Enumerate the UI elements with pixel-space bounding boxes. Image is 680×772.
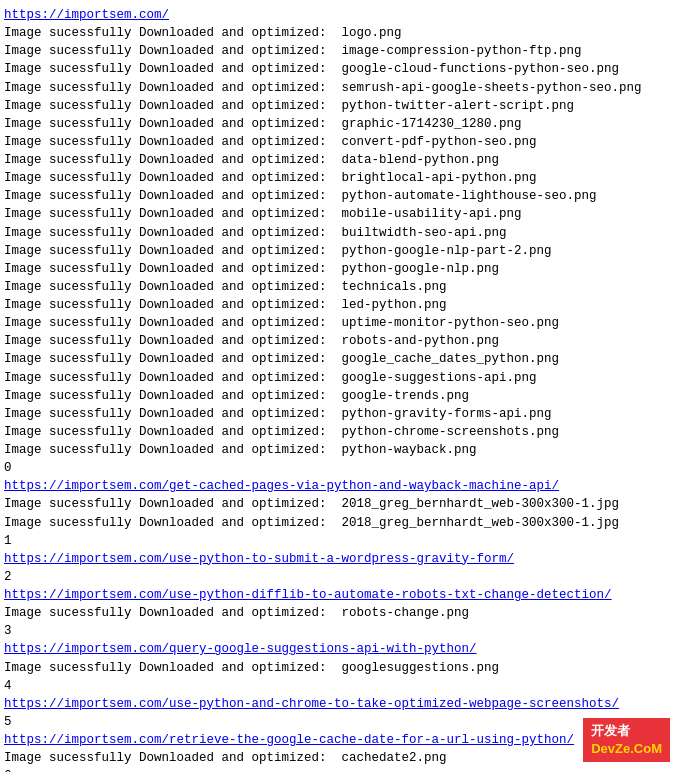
link-line: https://importsem.com/use-python-and-chr…: [4, 695, 676, 713]
text-line: Image sucessfully Downloaded and optimiz…: [4, 423, 676, 441]
console-output: https://importsem.com/Image sucessfully …: [4, 6, 676, 772]
text-line: Image sucessfully Downloaded and optimiz…: [4, 79, 676, 97]
text-line: Image sucessfully Downloaded and optimiz…: [4, 42, 676, 60]
text-line: 6: [4, 767, 676, 772]
text-line: Image sucessfully Downloaded and optimiz…: [4, 749, 676, 767]
text-line: Image sucessfully Downloaded and optimiz…: [4, 151, 676, 169]
link-line: https://importsem.com/use-python-to-subm…: [4, 550, 676, 568]
url-link[interactable]: https://importsem.com/use-python-and-chr…: [4, 697, 619, 711]
text-line: Image sucessfully Downloaded and optimiz…: [4, 369, 676, 387]
watermark: 开发者 DevZe.CoM: [583, 718, 670, 762]
url-link[interactable]: https://importsem.com/get-cached-pages-v…: [4, 479, 559, 493]
text-line: Image sucessfully Downloaded and optimiz…: [4, 169, 676, 187]
text-line: Image sucessfully Downloaded and optimiz…: [4, 242, 676, 260]
text-line: Image sucessfully Downloaded and optimiz…: [4, 97, 676, 115]
link-line: https://importsem.com/retrieve-the-googl…: [4, 731, 676, 749]
text-line: Image sucessfully Downloaded and optimiz…: [4, 115, 676, 133]
link-line: https://importsem.com/query-google-sugge…: [4, 640, 676, 658]
text-line: Image sucessfully Downloaded and optimiz…: [4, 441, 676, 459]
text-line: Image sucessfully Downloaded and optimiz…: [4, 260, 676, 278]
text-line: Image sucessfully Downloaded and optimiz…: [4, 387, 676, 405]
text-line: Image sucessfully Downloaded and optimiz…: [4, 405, 676, 423]
text-line: Image sucessfully Downloaded and optimiz…: [4, 604, 676, 622]
text-line: Image sucessfully Downloaded and optimiz…: [4, 495, 676, 513]
text-line: Image sucessfully Downloaded and optimiz…: [4, 659, 676, 677]
text-line: 5: [4, 713, 676, 731]
text-line: 0: [4, 459, 676, 477]
text-line: Image sucessfully Downloaded and optimiz…: [4, 133, 676, 151]
link-line: https://importsem.com/use-python-difflib…: [4, 586, 676, 604]
text-line: Image sucessfully Downloaded and optimiz…: [4, 350, 676, 368]
text-line: Image sucessfully Downloaded and optimiz…: [4, 514, 676, 532]
text-line: 4: [4, 677, 676, 695]
url-link[interactable]: https://importsem.com/use-python-difflib…: [4, 588, 612, 602]
text-line: Image sucessfully Downloaded and optimiz…: [4, 332, 676, 350]
link-line: https://importsem.com/: [4, 6, 676, 24]
text-line: 1: [4, 532, 676, 550]
url-link[interactable]: https://importsem.com/retrieve-the-googl…: [4, 733, 574, 747]
url-link[interactable]: https://importsem.com/query-google-sugge…: [4, 642, 477, 656]
text-line: Image sucessfully Downloaded and optimiz…: [4, 224, 676, 242]
text-line: Image sucessfully Downloaded and optimiz…: [4, 314, 676, 332]
text-line: Image sucessfully Downloaded and optimiz…: [4, 278, 676, 296]
url-link[interactable]: https://importsem.com/: [4, 8, 169, 22]
text-line: 3: [4, 622, 676, 640]
text-line: 2: [4, 568, 676, 586]
text-line: Image sucessfully Downloaded and optimiz…: [4, 296, 676, 314]
text-line: Image sucessfully Downloaded and optimiz…: [4, 187, 676, 205]
text-line: Image sucessfully Downloaded and optimiz…: [4, 60, 676, 78]
link-line: https://importsem.com/get-cached-pages-v…: [4, 477, 676, 495]
text-line: Image sucessfully Downloaded and optimiz…: [4, 24, 676, 42]
url-link[interactable]: https://importsem.com/use-python-to-subm…: [4, 552, 514, 566]
text-line: Image sucessfully Downloaded and optimiz…: [4, 205, 676, 223]
